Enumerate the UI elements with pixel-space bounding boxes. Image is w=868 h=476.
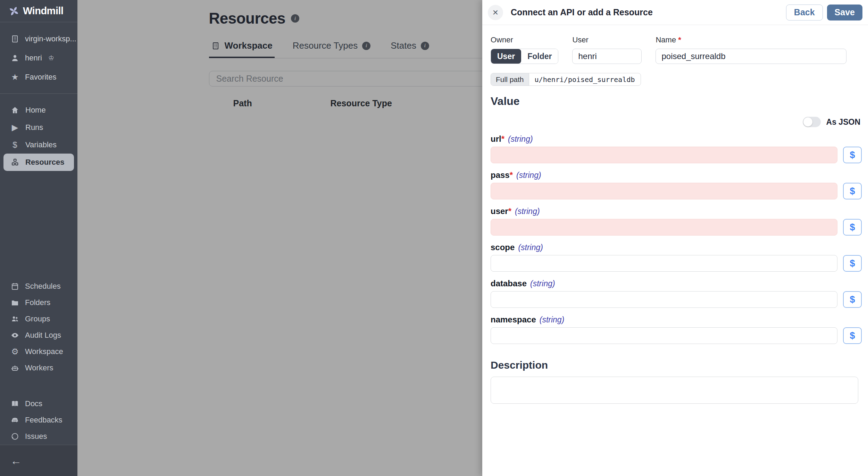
value-section-heading: Value <box>491 95 862 108</box>
save-button[interactable]: Save <box>827 5 862 20</box>
field-group-scope: scope (string) $ <box>491 243 862 272</box>
name-field-label: Name* <box>656 35 846 44</box>
url-input[interactable] <box>491 147 837 163</box>
nav-label: Variables <box>25 140 57 149</box>
drawer-header: × Connect an API or add a Resource Back … <box>482 0 868 25</box>
field-type: (string) <box>540 315 565 325</box>
crown-icon: ♔ <box>48 54 54 62</box>
variable-picker-button[interactable]: $ <box>843 147 862 163</box>
sidebar-item-resources[interactable]: Resources <box>3 154 74 171</box>
field-name: database <box>491 279 527 288</box>
namespace-input[interactable] <box>491 327 837 344</box>
variable-picker-button[interactable]: $ <box>843 255 862 272</box>
database-input[interactable] <box>491 291 837 308</box>
owner-folder-option[interactable]: Folder <box>521 49 558 64</box>
required-marker: * <box>501 134 504 144</box>
field-type: (string) <box>530 279 555 288</box>
nav-label: Workers <box>25 363 53 372</box>
sidebar-item-audit-logs[interactable]: Audit Logs <box>0 327 77 343</box>
sidebar-item-issues[interactable]: Issues <box>0 428 77 444</box>
admin-nav: Schedules Folders Groups Audit Logs ⚙ Wo… <box>0 278 77 376</box>
field-group-pass: pass* (string) $ <box>491 170 862 199</box>
nav-label: Schedules <box>25 282 61 291</box>
sidebar-item-home[interactable]: Home <box>3 101 74 119</box>
field-name: scope <box>491 243 515 252</box>
variable-picker-button[interactable]: $ <box>843 183 862 199</box>
required-marker: * <box>678 35 681 44</box>
sidebar-item-schedules[interactable]: Schedules <box>0 278 77 294</box>
workspace-section: virgin-worksp... henri ♔ ★ Favorites <box>0 22 77 94</box>
sidebar-item-workspace-settings[interactable]: ⚙ Workspace <box>0 343 77 360</box>
sidebar-collapse-row: ← <box>0 445 77 476</box>
drawer-title: Connect an API or add a Resource <box>511 7 653 17</box>
sidebar-item-favorites[interactable]: ★ Favorites <box>0 67 77 87</box>
required-marker: * <box>508 206 511 216</box>
close-icon[interactable]: × <box>488 5 503 20</box>
description-textarea[interactable] <box>491 377 858 404</box>
sidebar-item-docs[interactable]: Docs <box>0 395 77 412</box>
username: henri <box>25 54 42 63</box>
nav-label: Groups <box>25 314 50 323</box>
nav-label: Feedbacks <box>25 416 62 425</box>
nav-label: Resources <box>25 158 65 167</box>
sidebar-item-groups[interactable]: Groups <box>0 311 77 327</box>
back-button[interactable]: Back <box>786 5 823 20</box>
resource-drawer: × Connect an API or add a Resource Back … <box>482 0 868 476</box>
drawer-body: Owner User Folder User Name* Full path u… <box>482 25 868 476</box>
field-name: namespace <box>491 315 536 325</box>
as-json-toggle[interactable] <box>803 117 821 127</box>
sidebar-item-workspace-switcher[interactable]: virgin-worksp... <box>0 29 77 48</box>
owner-user-input[interactable] <box>572 49 642 64</box>
nav-label: Docs <box>25 399 42 408</box>
nav-label: Audit Logs <box>25 331 61 340</box>
name-label-text: Name <box>656 35 676 44</box>
github-icon <box>10 432 19 441</box>
owner-user-option[interactable]: User <box>491 49 521 64</box>
description-heading: Description <box>491 359 862 371</box>
toggle-knob <box>803 117 812 126</box>
field-name: pass <box>491 170 510 180</box>
sidebar-item-runs[interactable]: ▶ Runs <box>3 119 74 136</box>
field-name: url <box>491 134 501 144</box>
scope-input[interactable] <box>491 255 837 272</box>
field-type: (string) <box>518 243 543 252</box>
sidebar-item-feedbacks[interactable]: Feedbacks <box>0 412 77 428</box>
book-icon <box>10 399 19 408</box>
nav-label: Folders <box>25 298 50 307</box>
field-group-url: url* (string) $ <box>491 134 862 163</box>
star-icon: ★ <box>10 73 19 82</box>
full-path-label: Full path <box>491 73 529 85</box>
sidebar-item-user[interactable]: henri ♔ <box>0 48 77 67</box>
dollar-icon: $ <box>10 140 19 149</box>
as-json-label: As JSON <box>826 117 860 127</box>
owner-label: Owner <box>491 35 558 44</box>
sidebar-item-folders[interactable]: Folders <box>0 294 77 311</box>
sidebar-item-workers[interactable]: Workers <box>0 360 77 376</box>
robot-icon <box>10 363 19 372</box>
nav-label: Runs <box>25 123 43 132</box>
app-logo[interactable]: Windmill <box>0 0 77 22</box>
footer-nav: Docs Feedbacks Issues <box>0 395 77 444</box>
building-icon <box>10 34 19 43</box>
collapse-sidebar-icon[interactable]: ← <box>10 455 22 466</box>
nav-label: Issues <box>25 432 47 441</box>
resource-name-input[interactable] <box>656 49 846 64</box>
required-marker: * <box>510 170 513 180</box>
field-group-user: user* (string) $ <box>491 206 862 236</box>
sidebar-item-variables[interactable]: $ Variables <box>3 136 74 154</box>
field-group-namespace: namespace (string) $ <box>491 315 862 344</box>
variable-picker-button[interactable]: $ <box>843 327 862 344</box>
user-input[interactable] <box>491 219 837 236</box>
user-icon <box>10 54 19 63</box>
variable-picker-button[interactable]: $ <box>843 219 862 236</box>
discord-icon <box>10 416 19 425</box>
eye-icon <box>10 331 19 340</box>
folder-icon <box>10 298 19 307</box>
app-name: Windmill <box>23 5 64 17</box>
primary-nav: Home ▶ Runs $ Variables Resources <box>0 94 77 171</box>
field-type: (string) <box>515 207 540 216</box>
pass-input[interactable] <box>491 183 837 199</box>
variable-picker-button[interactable]: $ <box>843 291 862 308</box>
field-name: user <box>491 206 508 216</box>
users-icon <box>10 314 19 323</box>
